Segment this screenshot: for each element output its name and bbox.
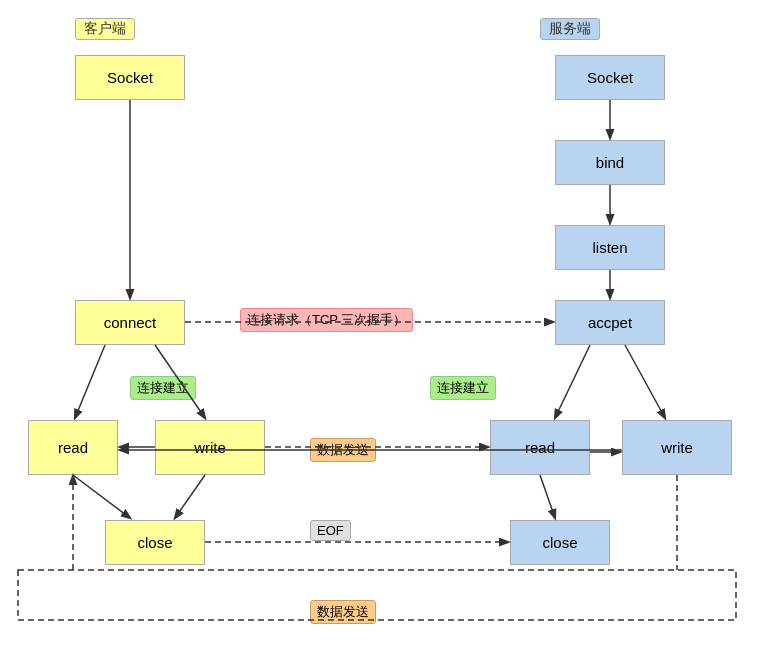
svg-line-13 xyxy=(175,475,205,518)
svg-line-15 xyxy=(540,475,555,518)
svg-line-6 xyxy=(75,345,105,418)
svg-line-8 xyxy=(625,345,665,418)
client-write-node: write xyxy=(155,420,265,475)
client-section-label: 客户端 xyxy=(75,18,135,40)
eof-label: EOF xyxy=(310,520,351,541)
server-write-node: write xyxy=(622,420,732,475)
server-socket-node: Socket xyxy=(555,55,665,100)
connection-established-2-label: 连接建立 xyxy=(430,376,496,400)
client-socket-node: Socket xyxy=(75,55,185,100)
server-bind-node: bind xyxy=(555,140,665,185)
svg-line-16 xyxy=(73,475,130,518)
client-close-node: close xyxy=(105,520,205,565)
client-read-node: read xyxy=(28,420,118,475)
connection-request-label: 连接请求（TCP 三次握手） xyxy=(240,308,413,332)
data-send-2-label: 数据发送 xyxy=(310,600,376,624)
svg-rect-17 xyxy=(18,570,736,620)
server-close-node: close xyxy=(510,520,610,565)
server-accept-node: accpet xyxy=(555,300,665,345)
connection-established-1-label: 连接建立 xyxy=(130,376,196,400)
diagram-container: 客户端 服务端 Socket connect read write close … xyxy=(0,0,769,645)
client-connect-node: connect xyxy=(75,300,185,345)
server-section-label: 服务端 xyxy=(540,18,600,40)
data-send-1-label: 数据发送 xyxy=(310,438,376,462)
server-listen-node: listen xyxy=(555,225,665,270)
svg-line-7 xyxy=(555,345,590,418)
server-read-node: read xyxy=(490,420,590,475)
